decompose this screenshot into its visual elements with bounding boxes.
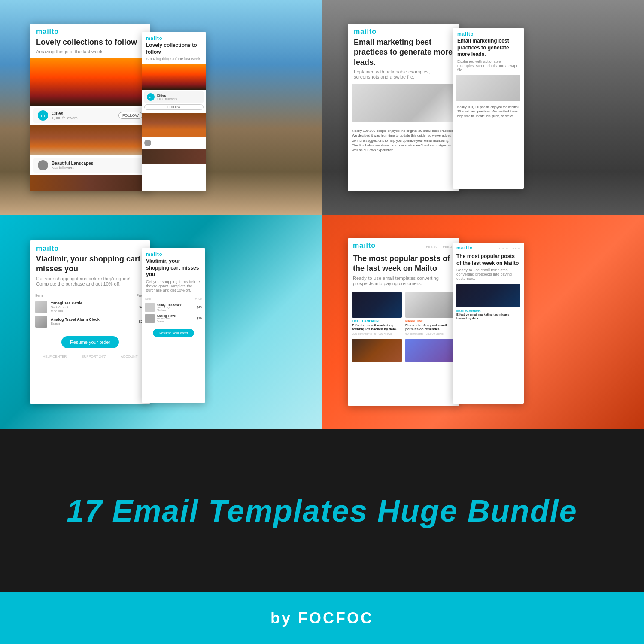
email-card-5: mailto Vladimir, your shopping cart miss… xyxy=(30,240,150,404)
card6-item-label: Item xyxy=(145,297,151,300)
card7-post2-thumb xyxy=(405,292,455,318)
card6-sub2: Alarm ClockBraun xyxy=(157,317,197,322)
card7-title: The most popular posts of the last week … xyxy=(353,254,454,274)
card2-follow-button[interactable]: FOLLOW xyxy=(144,104,204,110)
card6-cart-header: Item Price xyxy=(145,297,202,301)
card3-body: Nearly 100,000 people enjoyed the origin… xyxy=(348,126,459,155)
card8-subtitle: Ready-to-use email templates converting … xyxy=(456,268,520,281)
card6-brand: mailto xyxy=(146,252,201,257)
card8-date: FEB 20 — FEB 27 xyxy=(499,247,520,250)
card7-posts-row: EMAIL CAMPAIGNS Effective email marketin… xyxy=(348,290,459,337)
card6-info1: Yanagi Tea Kettle Sori YanagiMedium xyxy=(157,303,197,311)
card7-post1-meta: 230 comments · 54,000 views xyxy=(352,332,402,335)
main-container: mailto Lovely collections to follow Amaz… xyxy=(0,0,644,644)
card3-subtitle: Explained with actionable examples, scre… xyxy=(354,69,453,79)
card6-title: Vladimir, your shopping cart misses you xyxy=(146,258,201,278)
card6-name1: Yanagi Tea Kettle xyxy=(157,303,197,306)
card1-landscape-image xyxy=(30,125,150,155)
resume-order-button[interactable]: Resume your order xyxy=(61,336,119,348)
card7-header-row: mailto FEB 20 — FEB 27 xyxy=(348,238,459,252)
card1-bottom-image xyxy=(30,175,150,191)
card5-footer: HELP CENTER SUPPORT 24/7 ACCOUNT xyxy=(30,352,150,361)
bg-left: mailto Lovely collections to follow Amaz… xyxy=(0,0,322,215)
card6-cart: Item Price Yanagi Tea Kettle Sori Yanagi… xyxy=(142,295,205,327)
card1-city-image xyxy=(30,58,150,106)
card8-brand: mailto xyxy=(456,245,473,250)
bg-right: mailto Email marketing best practices to… xyxy=(322,0,644,215)
card8-post-thumb xyxy=(456,284,520,307)
card2-cities-section: m Cities 1,080 followers FOLLOW xyxy=(142,90,206,112)
card6-name2: Analog Travel xyxy=(157,314,197,317)
cart-item-1: Yanagi Tea Kettle Sori YanagiMedium $49 xyxy=(35,301,145,313)
email-card-6: mailto Vladimir, your shopping cart miss… xyxy=(142,248,205,403)
card7-post4-thumb xyxy=(405,339,455,362)
card1-brand: mailto xyxy=(36,28,144,36)
card7-titles: The most popular posts of the last week … xyxy=(348,252,459,290)
card6-price2: $29 xyxy=(197,317,202,320)
card3-brand: mailto xyxy=(354,28,453,36)
card7-post1-tag: EMAIL CAMPAIGNS xyxy=(352,319,402,322)
card6-price1: $49 xyxy=(197,306,202,309)
top-half: mailto Lovely collections to follow Amaz… xyxy=(0,0,644,215)
cart-img-kettle xyxy=(35,301,47,313)
card7-subtitle: Ready-to-use email templates converting … xyxy=(353,276,454,286)
card7-brand: mailto xyxy=(353,242,376,249)
card3-title: Email marketing best practices to genera… xyxy=(354,37,453,67)
card2-avatar-strip xyxy=(142,138,206,148)
card2-landscape-image xyxy=(142,113,206,137)
card6-img1 xyxy=(145,303,155,312)
email-card-7: mailto FEB 20 — FEB 27 The most popular … xyxy=(348,238,459,406)
footer-support[interactable]: SUPPORT 24/7 xyxy=(82,355,106,358)
card2-brand: mailto xyxy=(146,36,202,41)
card2-bottom-strip xyxy=(142,149,206,164)
card6-subtitle: Get your shopping items before they're g… xyxy=(146,279,201,292)
email-card-2: mailto Lovely collections to follow Amaz… xyxy=(142,32,206,191)
card7-post3-thumb xyxy=(352,339,402,362)
follow-count: 1,080 followers xyxy=(52,116,118,120)
card4-fabric-image xyxy=(456,75,520,101)
card2-avatar-small xyxy=(144,140,151,146)
follow-item-landscapes: Beautiful Lanscapes 830 followers xyxy=(33,158,147,173)
card7-post2: MARKETING Elements of a good email permi… xyxy=(405,292,455,335)
email-card-1: mailto Lovely collections to follow Amaz… xyxy=(30,24,150,191)
follow-button-cities[interactable]: FOLLOW xyxy=(118,112,143,119)
card7-post3 xyxy=(352,339,402,362)
footer-section: 17 Email Templates Huge Bundle by FOCFOC xyxy=(0,429,644,644)
footer-sub: by FOCFOC xyxy=(0,592,644,644)
footer-help[interactable]: HELP CENTER xyxy=(43,355,67,358)
avatar-landscapes xyxy=(38,160,48,170)
card8-header-row: mailto FEB 20 — FEB 27 xyxy=(453,243,524,252)
follow-name-landscapes: Beautiful Lanscapes xyxy=(52,161,143,166)
card8-post-title: Effective email marketing techniques bac… xyxy=(456,313,520,320)
card4-body: Nearly 100,000 people enjoyed the origin… xyxy=(453,103,524,121)
follow-info-cities: Cities 1,080 followers xyxy=(52,111,118,120)
card6-resume-button[interactable]: Resume your order xyxy=(153,329,194,337)
follow-info-landscapes: Beautiful Lanscapes 830 followers xyxy=(52,161,143,170)
footer-main: 17 Email Templates Huge Bundle xyxy=(0,429,644,592)
card5-title: Vladimir, your shopping cart misses you xyxy=(36,254,144,274)
cart-table: Item Price Yanagi Tea Kettle Sori Yanagi… xyxy=(30,291,150,333)
card7-post4 xyxy=(405,339,455,362)
footer-by: by FOCFOC xyxy=(270,609,374,627)
card7-posts-row2 xyxy=(348,337,459,364)
card1-title: Lovely collections to follow xyxy=(36,37,144,47)
card7-post1: EMAIL CAMPAIGNS Effective email marketin… xyxy=(352,292,402,335)
card2-title: Lovely collections to follow xyxy=(146,42,202,55)
footer-account[interactable]: ACCOUNT xyxy=(121,355,138,358)
card6-info2: Analog Travel Alarm ClockBraun xyxy=(157,314,197,322)
cart-sub-clock: Braun xyxy=(51,322,139,325)
card7-post1-thumb xyxy=(352,292,402,318)
cart-name-clock: Analog Travel Alarm Clock xyxy=(51,317,139,322)
card6-price-label: Price xyxy=(195,297,202,300)
cart-info-clock: Analog Travel Alarm Clock Braun xyxy=(51,317,139,325)
card1-subtitle: Amazing things of the last week. xyxy=(36,49,144,54)
bottom-half: mailto Vladimir, your shopping cart miss… xyxy=(0,215,644,429)
bg-bottom-left: mailto Vladimir, your shopping cart miss… xyxy=(0,215,322,429)
email-card-4: mailto Email marketing best practices to… xyxy=(453,28,524,189)
follow-count-landscapes: 830 followers xyxy=(52,166,143,170)
card8-post-info: EMAIL CAMPAIGNS Effective email marketin… xyxy=(453,309,524,321)
cart-img-clock xyxy=(35,316,47,328)
footer-title: 17 Email Templates Huge Bundle xyxy=(67,493,577,529)
card2-subtitle: Amazing things of the last week. xyxy=(146,57,202,61)
card6-item1: Yanagi Tea Kettle Sori YanagiMedium $49 xyxy=(145,303,202,312)
